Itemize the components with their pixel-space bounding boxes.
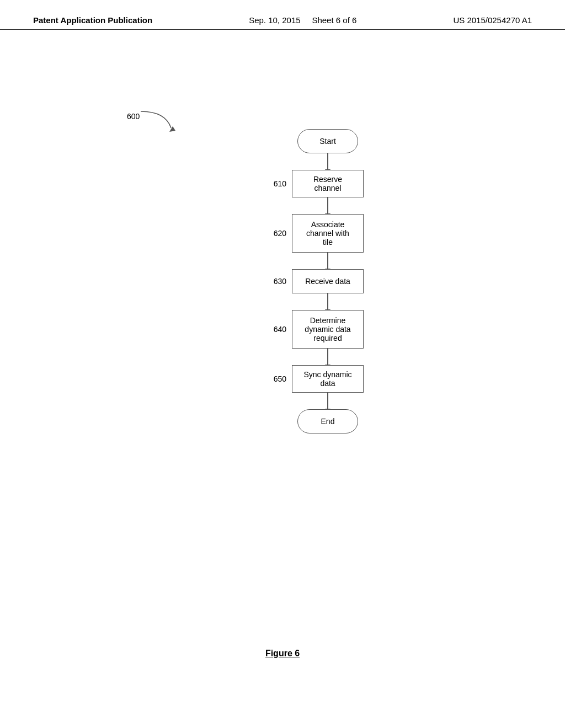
curved-arrow-icon [138, 109, 182, 136]
arrow-2 [327, 197, 328, 214]
start-shape: Start [297, 129, 358, 153]
header-left: Patent Application Publication [33, 15, 152, 25]
figure-label-text: Figure 6 [265, 649, 300, 658]
end-shape: End [297, 409, 358, 433]
header-date: Sep. 10, 2015 [249, 15, 300, 25]
arrow-1 [327, 153, 328, 170]
step-620-row: 620 Associatechannel withtile [292, 214, 364, 253]
header-sheet: Sheet 6 of 6 [312, 15, 356, 25]
arrow-6 [327, 393, 328, 409]
page-header: Patent Application Publication Sep. 10, … [0, 0, 565, 30]
step-610-label: 610 [256, 179, 286, 188]
step-640-label: 640 [256, 325, 286, 334]
step-630-label: 630 [256, 277, 286, 286]
step-620-label: 620 [256, 229, 286, 238]
step-620-shape: Associatechannel withtile [292, 214, 364, 253]
step-640-shape: Determinedynamic datarequired [292, 310, 364, 349]
figure-caption: Figure 6 [265, 649, 300, 659]
svg-marker-0 [169, 126, 175, 132]
step-650-text: Sync dynamicdata [303, 370, 351, 388]
header-center: Sep. 10, 2015 Sheet 6 of 6 [152, 15, 453, 25]
step-640-text: Determinedynamic datarequired [305, 316, 350, 342]
step-630-text: Receive data [305, 277, 350, 286]
step-650-shape: Sync dynamicdata [292, 365, 364, 393]
arrow-4 [327, 293, 328, 310]
step-610-text: Reservechannel [313, 175, 342, 192]
arrow-3 [327, 253, 328, 269]
step-640-row: 640 Determinedynamic datarequired [292, 310, 364, 349]
end-label: End [321, 417, 335, 426]
start-row: Start [297, 129, 358, 153]
flowchart-container: 600 Start 610 Reservechannel 620 [0, 30, 565, 725]
end-row: End [297, 409, 358, 433]
step-620-text: Associatechannel withtile [306, 220, 349, 247]
header-right: US 2015/0254270 A1 [453, 15, 532, 25]
label-600: 600 [127, 111, 140, 121]
step-630-row: 630 Receive data [292, 269, 364, 293]
flowchart: Start 610 Reservechannel 620 Associatech… [248, 129, 364, 433]
arrow-5 [327, 349, 328, 365]
step-630-shape: Receive data [292, 269, 364, 293]
step-610-row: 610 Reservechannel [292, 170, 364, 197]
start-label: Start [319, 137, 336, 146]
step-610-shape: Reservechannel [292, 170, 364, 197]
step-650-label: 650 [256, 374, 286, 383]
step-650-row: 650 Sync dynamicdata [292, 365, 364, 393]
